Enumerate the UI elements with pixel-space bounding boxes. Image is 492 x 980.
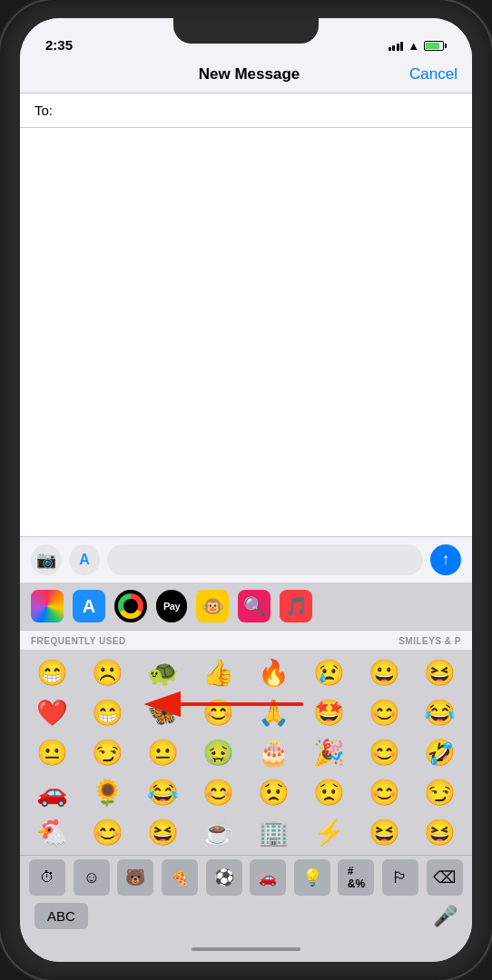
emoji-smile[interactable]: 😀 <box>358 653 411 691</box>
to-label: To: <box>34 103 53 118</box>
applepay-icon[interactable]: Pay <box>156 590 187 622</box>
emoji-nauseated[interactable]: 🤢 <box>192 733 245 771</box>
message-area[interactable] <box>20 128 472 536</box>
globe-search-emoji: 🔍 <box>243 595 266 617</box>
transport-key[interactable]: 🚗 <box>250 859 286 896</box>
emoji-crying[interactable]: 😢 <box>302 653 356 691</box>
music-icon[interactable]: 🎵 <box>280 590 312 622</box>
emoji-sunflower[interactable]: 🌻 <box>81 773 134 811</box>
emoji-chicken[interactable]: 🐔 <box>25 813 79 851</box>
globe-search-icon[interactable]: 🔍 <box>238 590 271 622</box>
nav-bar: New Message Cancel <box>20 58 472 93</box>
camera-button[interactable]: 📷 <box>31 544 62 575</box>
emoji-smile2[interactable]: 😊 <box>358 733 411 771</box>
emoji-sad2[interactable]: 😟 <box>302 773 356 811</box>
cancel-button[interactable]: Cancel <box>409 65 458 83</box>
monkey-icon[interactable]: 🐵 <box>196 590 229 622</box>
keyboard-bottom-row: ⏱ ☺ 🐻 🍕 ⚽ 🚗 💡 #&% 🏳 ⌫ <box>20 855 472 899</box>
wifi-icon: ▲ <box>408 39 419 53</box>
emoji-sad[interactable]: 😟 <box>247 773 300 811</box>
applepay-label: Pay <box>163 601 180 612</box>
flags-key[interactable]: 🏳 <box>382 859 418 896</box>
emoji-heart[interactable]: ❤️ <box>25 693 79 731</box>
emoji-rolling[interactable]: 🤣 <box>413 733 467 771</box>
emoji-grid: 😁 ☹️ 🐢 👍 🔥 😢 😀 😆 ❤️ 😁 🦋 😊 🙏 🤩 😊 😂 😐 <box>20 650 472 855</box>
emoji-keyboard: 😁 ☹️ 🐢 👍 🔥 😢 😀 😆 ❤️ 😁 🦋 😊 🙏 🤩 😊 😂 😐 <box>20 650 472 855</box>
send-button[interactable]: ↑ <box>430 544 461 575</box>
objects-key[interactable]: 💡 <box>294 859 330 896</box>
emoji-turtle[interactable]: 🐢 <box>136 653 190 691</box>
emoji-fire[interactable]: 🔥 <box>247 653 300 691</box>
abc-mic-row: ABC 🎤 <box>20 899 472 936</box>
category-labels: FREQUENTLY USED SMILEYS & P <box>20 631 472 650</box>
camera-icon: 📷 <box>36 550 56 570</box>
status-time: 2:35 <box>45 37 73 53</box>
emoji-blush[interactable]: 😊 <box>192 693 245 731</box>
emoji-birthday[interactable]: 🎂 <box>247 733 300 771</box>
appstore-app-icon-label: A <box>83 596 95 617</box>
emoji-pray[interactable]: 🙏 <box>247 693 300 731</box>
clock-key[interactable]: ⏱ <box>29 859 65 896</box>
music-emoji: 🎵 <box>285 595 308 617</box>
symbols-key[interactable]: #&% <box>338 859 374 896</box>
activity-app-icon[interactable] <box>114 590 147 622</box>
emoji-xd[interactable]: 😆 <box>358 813 411 851</box>
nav-title: New Message <box>199 65 300 83</box>
frequently-used-label: FREQUENTLY USED <box>31 632 126 648</box>
signal-bar-2 <box>392 45 395 51</box>
search-bar[interactable] <box>107 544 423 575</box>
emoji-zap[interactable]: ⚡ <box>302 813 356 851</box>
home-bar <box>192 947 300 951</box>
emoji-haha[interactable]: 😆 <box>136 813 190 851</box>
signal-bars-icon <box>389 42 404 51</box>
smileys-label: SMILEYS & P <box>399 632 461 648</box>
delete-key[interactable]: ⌫ <box>427 859 463 896</box>
emoji-rofl[interactable]: 😂 <box>413 693 467 731</box>
animal-key[interactable]: 🐻 <box>117 859 153 896</box>
to-field[interactable]: To: <box>20 93 472 128</box>
emoji-party[interactable]: 🎉 <box>302 733 356 771</box>
battery-fill <box>426 43 439 49</box>
emoji-beaming[interactable]: 😊 <box>192 773 245 811</box>
emoji-butterfly[interactable]: 🦋 <box>136 693 190 731</box>
microphone-button[interactable]: 🎤 <box>433 905 458 928</box>
emoji-sunny[interactable]: 😊 <box>81 813 134 851</box>
emoji-frowning[interactable]: ☹️ <box>81 653 134 691</box>
emoji-squinting[interactable]: 😏 <box>413 773 467 811</box>
emoji-grinning[interactable]: 😁 <box>25 653 79 691</box>
emoji-building[interactable]: 🏢 <box>247 813 300 851</box>
battery-body <box>424 41 444 51</box>
emoji-coffee[interactable]: ☕ <box>192 813 245 851</box>
photos-app-icon[interactable] <box>31 590 64 622</box>
battery-icon <box>424 41 447 51</box>
phone-frame: 2:35 ▲ New Message <box>0 0 492 980</box>
emoji-laughing[interactable]: 😂 <box>136 773 190 811</box>
emoji-grin[interactable]: 😆 <box>413 653 467 691</box>
phone-screen: 2:35 ▲ New Message <box>20 18 472 962</box>
signal-bar-3 <box>397 44 399 51</box>
emoji-smirk[interactable]: 😏 <box>81 733 134 771</box>
status-icons: ▲ <box>389 39 447 53</box>
emoji-happy[interactable]: 😊 <box>358 693 411 731</box>
emoji-grinning2[interactable]: 😁 <box>81 693 134 731</box>
app-icons-row: A Pay 🐵 🔍 🎵 <box>20 583 472 631</box>
send-arrow-icon: ↑ <box>442 550 450 569</box>
food-key[interactable]: 🍕 <box>162 859 198 896</box>
emoji-xd2[interactable]: 😆 <box>413 813 467 851</box>
monkey-emoji: 🐵 <box>202 595 224 617</box>
emoji-neutral[interactable]: 😐 <box>25 733 79 771</box>
emoji-big-smile[interactable]: 😊 <box>358 773 411 811</box>
sports-key[interactable]: ⚽ <box>206 859 242 896</box>
emoji-thumbsup[interactable]: 👍 <box>192 653 245 691</box>
emoji-neutral2[interactable]: 😐 <box>136 733 190 771</box>
emoji-car[interactable]: 🚗 <box>25 773 79 811</box>
appstore-toolbar-button[interactable]: A <box>69 544 100 575</box>
appstore-app-icon[interactable]: A <box>73 590 105 622</box>
abc-button[interactable]: ABC <box>34 903 88 929</box>
smiley-key[interactable]: ☺ <box>74 859 110 896</box>
signal-bar-4 <box>400 42 403 51</box>
app-toolbar: 📷 A ↑ <box>20 536 472 583</box>
notch <box>173 18 319 44</box>
emoji-starstruck[interactable]: 🤩 <box>302 693 356 731</box>
battery-tip <box>445 44 447 48</box>
